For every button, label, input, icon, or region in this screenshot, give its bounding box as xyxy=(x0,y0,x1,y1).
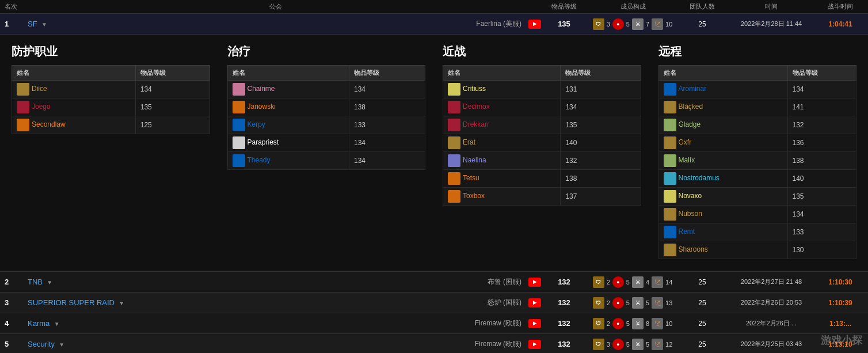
col-time: 战斗时间 xyxy=(817,2,863,11)
tank-table: 姓名 物品等级 Diice134Joego135Secondlaw125 xyxy=(12,65,210,134)
r3-comp-tank-count: 2 xyxy=(607,299,610,306)
col-ilvl: 物品等级 xyxy=(541,2,587,11)
rank-1-row: 1 SF ▼ Faerlina (美服) ▶ 135 🛡 3 ● 5 ⚔ 7 🏹… xyxy=(0,14,868,35)
rank-2-server: 布鲁 (国服) xyxy=(488,277,525,287)
rank-4-guild-link[interactable]: Karma xyxy=(28,319,50,328)
r2-comp-ranged-count: 14 xyxy=(665,279,672,286)
rank-3-dropdown[interactable]: ▼ xyxy=(119,300,124,306)
rank-2-dropdown[interactable]: ▼ xyxy=(47,279,52,286)
ranged-col-ilvl: 物品等级 xyxy=(787,66,856,81)
r3-comp-melee-icon: ⚔ xyxy=(632,297,644,309)
heal-col-ilvl: 物品等级 xyxy=(349,66,425,81)
player-ilvl-cell: 131 xyxy=(561,81,641,98)
rank-5-size: 25 xyxy=(679,340,725,348)
player-ilvl-cell: 138 xyxy=(349,98,425,116)
comp-ranged-count: 10 xyxy=(665,21,672,28)
r5-comp-melee-icon: ⚔ xyxy=(632,339,644,350)
table-row: Kerpy133 xyxy=(227,116,425,134)
rank-2-youtube-icon[interactable]: ▶ xyxy=(528,278,541,287)
rank-2-guild: TNB ▼ xyxy=(28,278,284,286)
r5-comp-melee-count: 5 xyxy=(646,341,649,348)
table-row: Theady134 xyxy=(227,152,425,170)
player-name-cell[interactable]: Secondlaw xyxy=(12,116,136,134)
rank-5-guild-link[interactable]: Security xyxy=(28,340,55,348)
table-row: Janowski138 xyxy=(227,98,425,116)
player-name-cell[interactable]: Erat xyxy=(443,134,561,152)
player-ilvl-cell: 135 xyxy=(561,116,641,134)
r3-comp-heal-icon: ● xyxy=(612,297,624,309)
rank-2-guild-link[interactable]: TNB xyxy=(28,278,43,286)
rank-1-guild-link[interactable]: SF xyxy=(28,20,37,28)
player-name-cell[interactable]: Diice xyxy=(12,81,136,98)
rank-4-youtube-icon[interactable]: ▶ xyxy=(528,319,541,328)
player-name-cell[interactable]: Arominar xyxy=(658,81,787,98)
rank-5-server: Firemaw (欧服) xyxy=(475,339,525,349)
player-name-cell[interactable]: Janowski xyxy=(227,98,349,116)
player-name-cell[interactable]: Theady xyxy=(227,152,349,170)
rank-3-number: 3 xyxy=(5,298,28,307)
rank-2-server-container: 布鲁 (国服) ▶ xyxy=(284,277,541,287)
rank-5-ilvl: 132 xyxy=(541,340,587,348)
rank-5-dropdown[interactable]: ▼ xyxy=(59,341,64,348)
player-ilvl-cell: 136 xyxy=(787,134,856,152)
rank-2-number: 2 xyxy=(5,278,28,286)
rank-5-youtube-icon[interactable]: ▶ xyxy=(528,340,541,349)
player-ilvl-cell: 134 xyxy=(561,98,641,116)
rank-2-size: 25 xyxy=(679,278,725,286)
rank-1-date: 2022年2月28日 11:44 xyxy=(725,20,817,28)
rank-5-server-container: Firemaw (欧服) ▶ xyxy=(284,339,541,349)
rank-4-dropdown[interactable]: ▼ xyxy=(54,321,60,327)
r3-comp-heal-count: 5 xyxy=(626,299,630,306)
heal-table: 姓名 物品等级 Chainme134Janowski138Kerpy133Par… xyxy=(227,65,426,170)
player-name-cell[interactable]: Novaxo xyxy=(658,188,787,206)
player-name-cell[interactable]: Kerpy xyxy=(227,116,349,134)
player-ilvl-cell: 135 xyxy=(135,98,210,116)
rank-3-time: 1:10:39 xyxy=(817,299,863,307)
r5-comp-heal-icon: ● xyxy=(612,339,624,350)
melee-col-ilvl: 物品等级 xyxy=(561,66,641,81)
melee-title: 近战 xyxy=(443,44,641,59)
rank-3-guild-link[interactable]: SUPERIOR SUPER RAID xyxy=(28,298,115,307)
rank-3-row: 3 SUPERIOR SUPER RAID ▼ 怒炉 (国服) ▶ 132 🛡 … xyxy=(0,293,868,313)
player-name-cell[interactable]: Gladge xyxy=(658,116,787,134)
player-name-cell[interactable]: Chainme xyxy=(227,81,349,98)
player-name-cell[interactable]: Tetsu xyxy=(443,170,561,188)
table-row: Sharoons130 xyxy=(658,241,856,259)
player-name-cell[interactable]: Naelina xyxy=(443,152,561,170)
player-name-cell[interactable]: Nostrodamus xyxy=(658,170,787,188)
player-name-cell[interactable]: Bláçked xyxy=(658,98,787,116)
table-row: Drekkarr135 xyxy=(443,116,641,134)
player-name-cell[interactable]: Toxbox xyxy=(443,188,561,206)
tank-col-ilvl: 物品等级 xyxy=(135,66,210,81)
player-name-cell[interactable]: Decimox xyxy=(443,98,561,116)
r4-comp-melee-icon: ⚔ xyxy=(632,318,644,329)
player-ilvl-cell: 141 xyxy=(787,98,856,116)
table-row: Critiuss131 xyxy=(443,81,641,98)
rank-3-ilvl: 132 xyxy=(541,298,587,307)
r2-comp-tank-count: 2 xyxy=(607,279,610,286)
rank-1-dropdown[interactable]: ▼ xyxy=(41,21,47,28)
table-row: Gladge132 xyxy=(658,116,856,134)
r4-comp-heal-count: 5 xyxy=(626,320,630,327)
player-name-cell[interactable]: Nubson xyxy=(658,206,787,223)
player-name-cell[interactable]: Joego xyxy=(12,98,136,116)
r2-comp-melee-icon: ⚔ xyxy=(632,276,644,288)
rank-1-time: 1:04:41 xyxy=(817,20,863,28)
player-name-cell[interactable]: Remt xyxy=(658,223,787,241)
rank-1-youtube-icon[interactable]: ▶ xyxy=(528,20,541,29)
comp-tank-count: 3 xyxy=(607,21,610,28)
r3-comp-ranged-count: 13 xyxy=(665,299,672,306)
col-guild: 公会 xyxy=(28,2,524,11)
player-name-cell[interactable]: Malíx xyxy=(658,152,787,170)
player-name-cell[interactable]: Drekkarr xyxy=(443,116,561,134)
player-ilvl-cell: 137 xyxy=(561,188,641,206)
r2-comp-melee-count: 4 xyxy=(646,279,649,286)
rank-3-youtube-icon[interactable]: ▶ xyxy=(528,298,541,308)
player-name-cell[interactable]: Critiuss xyxy=(443,81,561,98)
player-name-cell[interactable]: Parapriest xyxy=(227,134,349,152)
heal-section: 治疗 姓名 物品等级 Chainme134Janowski138Kerpy133… xyxy=(227,44,426,259)
player-name-cell[interactable]: Gxfr xyxy=(658,134,787,152)
table-row: Parapriest134 xyxy=(227,134,425,152)
r3-comp-tank-icon: 🛡 xyxy=(593,297,604,309)
player-name-cell[interactable]: Sharoons xyxy=(658,241,787,259)
